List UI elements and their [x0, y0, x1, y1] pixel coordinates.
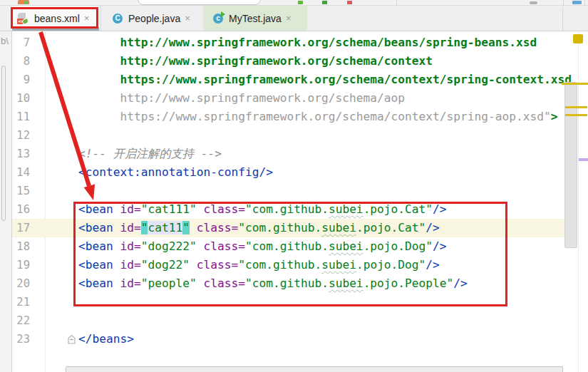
layout-icon[interactable] — [572, 1, 582, 4]
fold-region-end-icon[interactable] — [67, 334, 76, 345]
warning-stripe-mark[interactable] — [565, 114, 587, 116]
line-number: 10 — [12, 89, 30, 108]
close-icon[interactable]: × — [185, 13, 190, 24]
line-number: 11 — [12, 108, 30, 126]
tab-label: MyTest.java — [229, 13, 282, 24]
close-icon[interactable]: × — [286, 13, 292, 24]
run-icon[interactable] — [298, 1, 303, 4]
line-number: 16 — [12, 200, 30, 219]
tab-mytest-java[interactable]: c MyTest.java × — [203, 6, 307, 31]
warning-mark — [562, 83, 588, 85]
gutter-separator — [45, 31, 46, 372]
debug-icon[interactable] — [322, 1, 327, 4]
line-number: 21 — [12, 293, 30, 311]
code-line-14[interactable]: <context:annotation-config/> — [78, 163, 273, 182]
tab-label: People.java — [128, 13, 180, 24]
runnable-java-class-icon: c — [213, 14, 223, 24]
line-number: 22 — [12, 311, 30, 330]
toolbar-divider — [584, 0, 585, 5]
tab-people-java[interactable]: C People.java × — [100, 6, 202, 31]
line-number: 12 — [12, 126, 30, 145]
clipped-project-text: b\ — [1, 36, 9, 46]
code-line-23[interactable]: </beans> — [78, 330, 134, 348]
line-number: 8 — [12, 52, 30, 71]
line-number: 14 — [12, 163, 30, 182]
bottom-panel-edge[interactable] — [66, 366, 563, 372]
warning-stripe-mark[interactable] — [565, 106, 587, 108]
info-stripe-mark[interactable] — [579, 158, 588, 161]
project-panel-scrollbar[interactable] — [1, 66, 6, 221]
line-number: 15 — [12, 182, 30, 200]
code-line-9[interactable]: https://www.springframework.org/schema/c… — [78, 71, 572, 89]
main-toolbar — [0, 0, 588, 6]
line-number: 17 — [12, 219, 30, 237]
ide-window: <> beans.xml × C People.java × c MyTest.… — [0, 0, 588, 372]
run-configuration-box[interactable] — [138, 0, 261, 5]
line-number: 9 — [12, 71, 30, 89]
gear-icon[interactable] — [530, 1, 537, 4]
line-number: 19 — [12, 256, 30, 274]
annotation-box-beans — [73, 202, 507, 306]
toolbar-divider — [396, 0, 397, 5]
project-panel-edge: b\ — [0, 31, 12, 372]
line-number: 18 — [12, 237, 30, 256]
code-line-8[interactable]: http://www.springframework.org/schema/co… — [78, 52, 433, 71]
toolbar-divider — [563, 0, 564, 5]
problems-indicator-icon[interactable] — [573, 34, 583, 43]
code-line-10[interactable]: http://www.springframework.org/schema/ao… — [78, 89, 405, 108]
leaf-icon — [24, 1, 29, 4]
code-line-11[interactable]: https://www.springframework.org/schema/c… — [78, 108, 557, 126]
code-line-7[interactable]: http://www.springframework.org/schema/be… — [78, 33, 537, 52]
line-number: 7 — [12, 33, 30, 52]
annotation-box-tab — [11, 7, 98, 29]
java-class-icon: C — [113, 14, 123, 24]
tabbar-divider — [562, 7, 563, 31]
code-line-13[interactable]: <!-- 开启注解的支持 --> — [78, 145, 222, 163]
stop-icon[interactable] — [347, 1, 352, 4]
line-number: 20 — [12, 274, 30, 293]
line-number: 23 — [12, 330, 30, 348]
line-number: 13 — [12, 145, 30, 163]
run-triangle-icon — [221, 11, 225, 17]
